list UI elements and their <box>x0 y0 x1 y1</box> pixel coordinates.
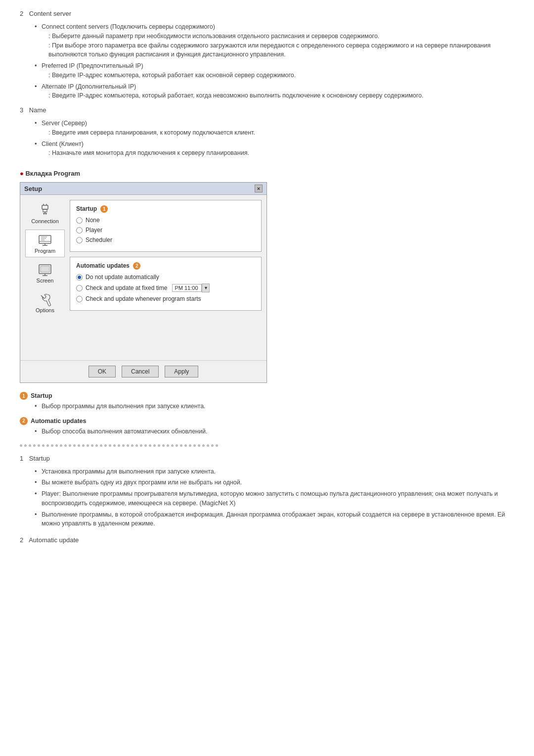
list-item: Client (Клиент) : Назначьте имя монитора… <box>35 140 514 158</box>
bottom-section-2-header: 2 Automatic update <box>20 536 514 544</box>
dot <box>171 444 174 447</box>
nav-item-screen[interactable]: Screen <box>25 259 65 287</box>
dot <box>91 444 93 447</box>
dot <box>82 444 85 447</box>
dot <box>109 444 111 447</box>
dot <box>60 444 62 447</box>
dot <box>158 444 160 447</box>
dot <box>211 444 214 447</box>
cancel-button[interactable]: Cancel <box>122 366 159 378</box>
dot <box>162 444 165 447</box>
setup-dialog: Setup × <box>20 182 267 383</box>
radio-none[interactable] <box>76 217 83 224</box>
startup-panel: Startup 1 None Player Scheduler <box>70 200 262 252</box>
updates-option-fixed-time[interactable]: Check and update at fixed time PM 11:00 … <box>76 284 255 292</box>
sub-text: : Введите имя сервера планирования, к ко… <box>48 128 514 138</box>
svg-rect-0 <box>42 205 48 209</box>
dot <box>144 444 147 447</box>
dialog-close-button[interactable]: × <box>255 185 263 192</box>
bottom-section-2: 2 Automatic update <box>20 536 514 544</box>
dot <box>193 444 196 447</box>
updates-panel: Automatic updates 2 Do not update automa… <box>70 257 262 311</box>
dot <box>118 444 120 447</box>
dot <box>131 444 134 447</box>
dot <box>202 444 205 447</box>
annotation-badge-2: 2 <box>20 417 28 425</box>
list-item: Выполнение программы, в которой отобража… <box>35 510 514 529</box>
dot <box>87 444 89 447</box>
nav-item-program[interactable]: Program <box>25 230 65 257</box>
dot <box>38 444 40 447</box>
sub-text: : Введите IP-адрес компьютера, который р… <box>48 91 514 100</box>
radio-scheduler[interactable] <box>76 237 83 243</box>
tab-program-title: Вкладка Program <box>20 170 514 177</box>
dot <box>149 444 151 447</box>
sub-text: : Назначьте имя монитора для подключения… <box>48 148 514 158</box>
svg-rect-8 <box>39 236 51 243</box>
setup-content: Startup 1 None Player Scheduler <box>70 200 262 355</box>
nav-label-program: Program <box>35 248 55 254</box>
dot <box>122 444 125 447</box>
dot <box>216 444 218 447</box>
startup-option-scheduler[interactable]: Scheduler <box>76 236 255 243</box>
dialog-body: Connection Program <box>20 195 267 360</box>
dot <box>176 444 178 447</box>
section-2-header: 2 Content server <box>20 10 514 17</box>
program-icon <box>37 233 53 247</box>
time-dropdown-button[interactable]: ▼ <box>202 284 210 292</box>
startup-option-player[interactable]: Player <box>76 227 255 234</box>
radio-no-update[interactable] <box>76 274 83 281</box>
dot <box>127 444 129 447</box>
section-3-header: 3 Name <box>20 106 514 114</box>
radio-fixed-time[interactable] <box>76 285 83 291</box>
bottom-section-1-header: 1 Startup <box>20 455 514 462</box>
updates-option-on-start[interactable]: Check and update whenever program starts <box>76 295 255 302</box>
list-item: Player: Выполнение программы проигрывате… <box>35 489 514 508</box>
svg-rect-16 <box>41 266 49 272</box>
dot <box>198 444 200 447</box>
dot <box>33 444 36 447</box>
dot <box>207 444 209 447</box>
dot <box>29 444 31 447</box>
dot <box>78 444 80 447</box>
section-3-list: Server (Сервер) : Введите имя сервера пл… <box>35 119 514 158</box>
dot <box>167 444 169 447</box>
dialog-footer: OK Cancel Apply <box>20 360 267 382</box>
dot <box>51 444 53 447</box>
dot <box>189 444 191 447</box>
dot <box>20 444 22 447</box>
radio-player[interactable] <box>76 227 83 234</box>
dot <box>100 444 102 447</box>
bottom-section-1: 1 Startup Установка программы для выполн… <box>20 455 514 529</box>
list-item: Connect content servers (Подключить серв… <box>35 22 514 59</box>
startup-panel-title: Startup 1 <box>76 205 255 213</box>
dot <box>95 444 98 447</box>
dot <box>64 444 67 447</box>
annotation-item: Выбор способа выполнения автоматических … <box>35 427 514 436</box>
dialog-title: Setup <box>24 185 42 192</box>
dot <box>24 444 27 447</box>
radio-on-start[interactable] <box>76 296 83 302</box>
nav-label-options: Options <box>36 307 54 313</box>
annotation-2-list: Выбор способа выполнения автоматических … <box>35 427 514 436</box>
startup-option-none[interactable]: None <box>76 217 255 224</box>
dot <box>113 444 116 447</box>
screen-icon <box>37 263 53 277</box>
content-spacer <box>70 316 262 355</box>
options-icon <box>37 292 53 306</box>
ok-button[interactable]: OK <box>89 366 116 378</box>
apply-button[interactable]: Apply <box>165 366 198 378</box>
dot <box>55 444 58 447</box>
bottom-section-1-list: Установка программы для выполнения при з… <box>35 467 514 529</box>
nav-item-options[interactable]: Options <box>25 289 65 317</box>
annotation-title-2: Automatic updates <box>31 418 87 425</box>
dialog-titlebar: Setup × <box>20 183 267 195</box>
dot-separator <box>20 444 514 447</box>
nav-item-connection[interactable]: Connection <box>25 200 65 228</box>
section-2-list: Connect content servers (Подключить серв… <box>35 22 514 100</box>
time-input[interactable]: PM 11:00 <box>172 284 202 292</box>
sub-text: : При выборе этого параметра все файлы с… <box>48 41 514 60</box>
annotation-badge-1: 1 <box>20 392 28 400</box>
dot <box>42 444 44 447</box>
updates-option-no-update[interactable]: Do not update automatically <box>76 274 255 281</box>
